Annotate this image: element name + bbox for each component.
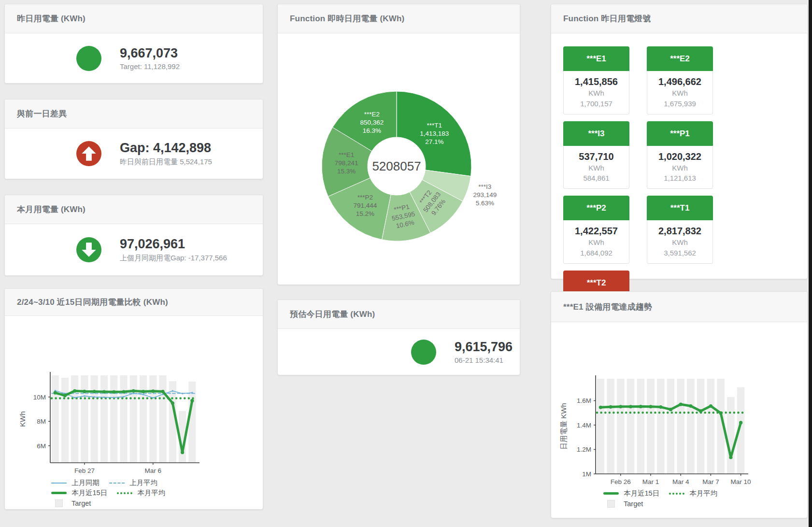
data-point <box>729 456 732 459</box>
data-point <box>619 405 622 408</box>
target-bar <box>120 375 127 463</box>
legend-dashed-swatch <box>109 483 125 484</box>
light-tile-target: 1,700,157 <box>564 99 629 109</box>
light-tile-target: 584,861 <box>564 173 629 184</box>
legend-square-swatch <box>55 499 63 507</box>
data-point <box>83 390 86 393</box>
data-point <box>181 451 184 454</box>
legend-item[interactable]: Target <box>51 499 91 507</box>
data-point <box>191 392 193 393</box>
status-circle-icon <box>76 46 101 71</box>
light-tile-body: 2,817,832KWh3,591,562 <box>647 220 713 264</box>
target-bar <box>707 379 715 474</box>
card-yesterday-title: 昨日用電量 (KWh) <box>5 4 263 33</box>
data-point <box>84 395 85 397</box>
trend-legend: 本月近15日本月平均Target <box>603 489 727 508</box>
legend-item[interactable]: 本月平均 <box>669 489 717 498</box>
card-forecast-title: 預估今日用電量 (KWh) <box>278 300 520 329</box>
light-tile-unit: KWh <box>564 88 629 99</box>
legend-item[interactable]: 本月平均 <box>117 488 165 498</box>
target-bar <box>61 378 69 463</box>
target-bar <box>627 379 635 474</box>
light-tile-name: ***E2 <box>647 46 713 71</box>
forecast-value: 9,615,796 <box>455 340 513 355</box>
legend-item[interactable]: 本月近15日 <box>51 488 107 498</box>
data-point <box>629 405 632 408</box>
data-point <box>719 412 723 415</box>
light-tile-unit: KWh <box>647 163 712 173</box>
data-point <box>639 405 642 408</box>
legend-label: 本月平均 <box>689 489 717 498</box>
data-point <box>142 390 145 393</box>
data-point <box>63 394 67 397</box>
data-point <box>152 397 154 399</box>
x-tick-label: Mar 7 <box>702 478 719 485</box>
x-tick-label: Mar 6 <box>145 467 162 474</box>
light-tile-body: 1,496,662KWh1,675,939 <box>647 71 713 114</box>
target-bar <box>657 379 665 474</box>
light-tile-unit: KWh <box>564 163 629 173</box>
light-tile-target: 1,684,092 <box>564 248 629 258</box>
light-tile-value: 1,415,856 <box>564 75 629 88</box>
light-tile: ***E11,415,856KWh1,700,157 <box>563 46 629 114</box>
light-tile-unit: KWh <box>564 237 629 248</box>
legend-dotted-swatch <box>669 493 684 495</box>
data-point <box>102 390 106 393</box>
y-tick-label: 1.4M <box>577 422 591 429</box>
light-tile-body: 537,710KWh584,861 <box>563 146 629 189</box>
card-comparison-title: 2/24~3/10 近15日同期用電量比較 (KWh) <box>5 289 263 316</box>
x-tick-label: Feb 27 <box>74 467 95 474</box>
card-day-gap: 與前一日差異 Gap: 4,142,898 昨日與前日用電量 5,524,175 <box>4 99 263 179</box>
legend-label: 本月近15日 <box>624 489 659 498</box>
light-tile-target: 3,591,562 <box>647 248 712 258</box>
month-gap-subtitle: 上個月同期用電Gap: -17,377,566 <box>120 254 227 263</box>
donut-center-total: 5208057 <box>372 159 421 173</box>
data-point <box>679 402 683 406</box>
target-bar <box>140 375 147 463</box>
scrollbar[interactable] <box>809 0 812 527</box>
light-tile-value: 1,422,557 <box>564 225 629 237</box>
light-tile: ***I3537,710KWh584,861 <box>563 121 629 189</box>
data-point <box>132 389 135 393</box>
legend-item[interactable]: 上月平均 <box>109 478 157 487</box>
legend-label: 上月同期 <box>71 478 100 487</box>
arrow-up-circle-icon <box>76 141 101 166</box>
comparison-chart: 6M8M10MFeb 27Mar 6KWh <box>5 316 263 479</box>
card-15day-comparison: 2/24~3/10 近15日同期用電量比較 (KWh) 6M8M10MFeb 2… <box>4 288 263 510</box>
data-point <box>709 404 712 408</box>
yesterday-value: 9,667,073 <box>120 46 180 61</box>
legend-item[interactable]: 本月近15日 <box>603 489 659 498</box>
light-tile-body: 1,020,322KWh1,121,613 <box>647 146 713 189</box>
target-bar <box>637 379 645 474</box>
y-tick-label: 1.6M <box>577 397 591 404</box>
light-tile-value: 1,496,662 <box>647 75 712 88</box>
data-point <box>103 397 105 398</box>
card-forecast: 預估今日用電量 (KWh) 9,615,796 06-21 15:34:41 <box>277 299 520 375</box>
data-point <box>112 390 115 394</box>
target-bar <box>667 379 675 474</box>
target-bar <box>697 379 705 474</box>
target-bar <box>91 375 98 463</box>
legend-item[interactable]: 上月同期 <box>51 478 100 487</box>
data-point <box>94 396 95 398</box>
card-trend-title: ***E1 設備用電達成趨勢 <box>551 292 807 322</box>
y-tick-label: 1.2M <box>577 446 591 453</box>
legend-label: 本月平均 <box>137 488 165 498</box>
target-bar <box>110 375 117 463</box>
target-bar <box>149 375 157 463</box>
light-tile: ***T12,817,832KWh3,591,562 <box>647 196 713 264</box>
y-axis-title: 日用電量 KWh <box>559 403 568 450</box>
data-point <box>161 390 164 393</box>
card-yesterday-usage: 昨日用電量 (KWh) 9,667,073 Target: 11,128,992 <box>4 4 263 84</box>
data-point <box>649 405 652 408</box>
target-bar <box>597 379 605 474</box>
legend-line-swatch <box>51 483 67 484</box>
target-bar <box>130 375 137 463</box>
card-e1-trend: ***E1 設備用電達成趨勢 1M1.2M1.4M1.6MFeb 26Mar 1… <box>551 291 808 518</box>
light-tile-target: 1,121,613 <box>647 173 712 184</box>
light-tile-name: ***I3 <box>563 121 629 146</box>
legend-item[interactable]: Target <box>603 500 643 508</box>
yesterday-target: Target: 11,128,992 <box>120 62 180 71</box>
data-point <box>133 393 134 394</box>
target-bar <box>159 375 166 463</box>
